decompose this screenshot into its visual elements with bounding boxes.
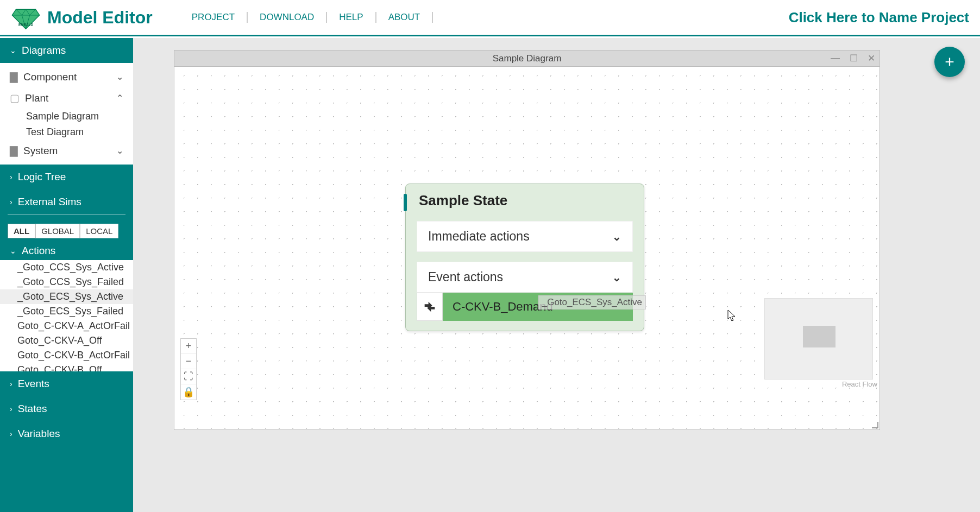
- filter-all[interactable]: ALL: [8, 224, 35, 238]
- minimap[interactable]: [764, 298, 873, 380]
- folder-open-icon: ▢: [10, 92, 20, 104]
- immediate-actions-panel[interactable]: Immediate actions ⌄: [417, 221, 633, 252]
- transition-icon: [417, 293, 443, 321]
- minimize-icon[interactable]: —: [831, 53, 840, 64]
- event-bar[interactable]: C-CKV-B_Demand _Goto_ECS_Sys_Active: [443, 293, 633, 321]
- canvas-area: Sample Diagram — ☐ ✕ Sample State Immedi…: [133, 38, 980, 512]
- filter-local[interactable]: LOCAL: [80, 224, 118, 238]
- emerald-logo-icon: EMRALD: [11, 5, 41, 30]
- window-title: Sample Diagram: [493, 53, 562, 64]
- minimap-viewport: [803, 326, 835, 347]
- chevron-down-icon: ⌄: [116, 146, 123, 156]
- window-titlebar[interactable]: Sample Diagram — ☐ ✕: [174, 50, 880, 67]
- tree-test-diagram[interactable]: Test Diagram: [0, 124, 133, 140]
- zoom-in-button[interactable]: +: [181, 339, 196, 354]
- attribution: React Flow: [842, 380, 877, 388]
- svg-text:EMRALD: EMRALD: [18, 22, 33, 26]
- chevron-right-icon: ›: [10, 198, 12, 206]
- menu-about[interactable]: ABOUT: [376, 12, 434, 23]
- chevron-down-icon: ⌄: [116, 72, 123, 82]
- maximize-icon[interactable]: ☐: [850, 53, 858, 64]
- diagram-window: Sample Diagram — ☐ ✕ Sample State Immedi…: [174, 50, 880, 430]
- folder-icon: ▇: [10, 71, 18, 83]
- tree-component[interactable]: ▇ Component ⌄: [0, 66, 133, 87]
- zoom-out-button[interactable]: −: [181, 354, 196, 369]
- section-states[interactable]: › States: [0, 396, 133, 421]
- section-events[interactable]: › Events: [0, 371, 133, 396]
- action-item[interactable]: _Goto_ECS_Sys_Failed: [0, 304, 133, 319]
- sidebar: ⌄ Diagrams ▇ Component ⌄ ▢ Plant ⌃ Sampl…: [0, 38, 133, 512]
- chevron-right-icon: ›: [10, 404, 12, 413]
- add-fab-button[interactable]: +: [934, 47, 965, 77]
- tree-plant[interactable]: ▢ Plant ⌃: [0, 87, 133, 109]
- filter-row: ALL GLOBAL LOCAL: [0, 218, 133, 242]
- chevron-down-icon: ⌄: [10, 246, 16, 255]
- event-row[interactable]: C-CKV-B_Demand _Goto_ECS_Sys_Active: [417, 293, 633, 321]
- action-item[interactable]: Goto_C-CKV-B_Off: [0, 363, 133, 371]
- chevron-right-icon: ›: [10, 173, 12, 181]
- close-icon[interactable]: ✕: [868, 53, 875, 64]
- action-list[interactable]: _Goto_CCS_Sys_Active _Goto_CCS_Sys_Faile…: [0, 260, 133, 371]
- chevron-right-icon: ›: [10, 429, 12, 438]
- section-variables[interactable]: › Variables: [0, 421, 133, 446]
- action-item[interactable]: Goto_C-CKV-A_ActOrFail: [0, 319, 133, 333]
- fit-view-button[interactable]: ⛶: [181, 369, 196, 384]
- menu-download[interactable]: DOWNLOAD: [248, 12, 327, 23]
- lock-button[interactable]: 🔒: [181, 384, 196, 400]
- tree-sample-diagram[interactable]: Sample Diagram: [0, 109, 133, 124]
- main-menu: PROJECT DOWNLOAD HELP ABOUT: [180, 12, 433, 23]
- logo[interactable]: EMRALD Model Editor: [11, 5, 153, 30]
- chevron-up-icon: ⌃: [116, 93, 123, 103]
- app-title: Model Editor: [47, 8, 153, 28]
- action-item[interactable]: _Goto_CCS_Sys_Failed: [0, 275, 133, 289]
- state-title: Sample State: [419, 192, 634, 209]
- tree-system[interactable]: ▇ System ⌄: [0, 140, 133, 161]
- section-diagrams[interactable]: ⌄ Diagrams: [0, 38, 133, 63]
- action-item[interactable]: _Goto_CCS_Sys_Active: [0, 260, 133, 275]
- resize-handle[interactable]: [872, 422, 878, 428]
- section-actions[interactable]: ⌄ Actions: [0, 242, 133, 260]
- section-logic-tree[interactable]: › Logic Tree: [0, 165, 133, 189]
- chevron-down-icon: ⌄: [612, 271, 621, 284]
- filter-global[interactable]: GLOBAL: [35, 224, 80, 238]
- section-label: Diagrams: [22, 45, 66, 56]
- state-node[interactable]: Sample State Immediate actions ⌄ Event a…: [405, 184, 644, 331]
- diagram-tree: ▇ Component ⌄ ▢ Plant ⌃ Sample Diagram T…: [0, 63, 133, 165]
- zoom-controls: + − ⛶ 🔒: [180, 338, 197, 400]
- header-bar: EMRALD Model Editor PROJECT DOWNLOAD HEL…: [0, 0, 980, 36]
- section-external-sims[interactable]: › External Sims: [0, 189, 133, 214]
- chevron-down-icon: ⌄: [10, 46, 16, 55]
- action-item-selected[interactable]: _Goto_ECS_Sys_Active: [0, 289, 133, 304]
- folder-icon: ▇: [10, 144, 18, 157]
- action-item[interactable]: Goto_C-CKV-A_Off: [0, 333, 133, 348]
- event-actions-panel[interactable]: Event actions ⌄: [417, 262, 633, 293]
- chevron-down-icon: ⌄: [612, 230, 621, 243]
- menu-project[interactable]: PROJECT: [180, 12, 248, 23]
- menu-help[interactable]: HELP: [327, 12, 376, 23]
- action-item[interactable]: Goto_C-CKV-B_ActOrFail: [0, 348, 133, 363]
- chevron-right-icon: ›: [10, 380, 12, 388]
- drag-ghost: _Goto_ECS_Sys_Active: [538, 295, 646, 309]
- project-name-button[interactable]: Click Here to Name Project: [789, 9, 969, 26]
- divider: [8, 214, 125, 215]
